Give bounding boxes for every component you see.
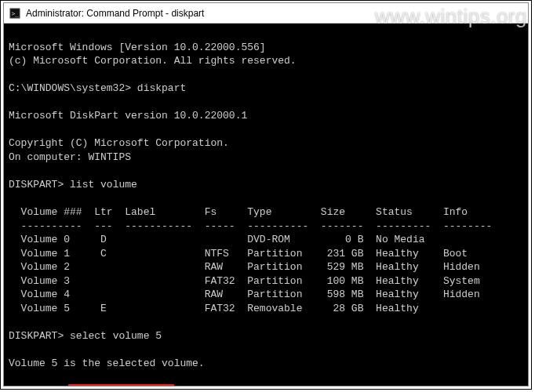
volume-table-divider: ---------- --- ----------- ----- -------…: [9, 220, 492, 232]
selected-volume-message: Volume 5 is the selected volume.: [9, 358, 205, 369]
terminal-area[interactable]: Microsoft Windows [Version 10.0.22000.55…: [4, 24, 528, 386]
diskpart-version: Microsoft DiskPart version 10.0.22000.1: [9, 110, 247, 122]
command-prompt-window: >_ Administrator: Command Prompt - diskp…: [3, 2, 529, 387]
table-row: Volume 1 C NTFS Partition 231 GB Healthy…: [9, 248, 468, 260]
os-version-line: Microsoft Windows [Version 10.0.22000.55…: [9, 42, 266, 53]
prompt-diskpart: C:\WINDOWS\system32> diskpart: [9, 82, 186, 94]
computer-name-line: On computer: WINTIPS: [9, 151, 131, 163]
diskpart-prompt: DISKPART>: [9, 179, 64, 191]
highlighted-command: remove letter E:: [68, 384, 174, 386]
table-row: Volume 4 RAW Partition 598 MB Healthy Hi…: [9, 289, 480, 300]
cmd-list-volume: list volume: [70, 179, 137, 191]
volume-table-header: Volume ### Ltr Label Fs Type Size Status…: [9, 206, 468, 218]
window-title: Administrator: Command Prompt - diskpart: [26, 8, 204, 19]
svg-text:>_: >_: [12, 9, 20, 16]
copyright-line: (c) Microsoft Corporation. All rights re…: [9, 55, 297, 67]
table-row: Volume 0 D DVD-ROM 0 B No Media: [9, 234, 425, 245]
diskpart-copyright: Copyright (C) Microsoft Corporation.: [9, 137, 229, 149]
diskpart-prompt: DISKPART>: [9, 330, 64, 342]
title-bar[interactable]: >_ Administrator: Command Prompt - diskp…: [4, 3, 528, 24]
table-row: Volume 3 FAT32 Partition 100 MB Healthy …: [9, 275, 480, 287]
table-row: Volume 5 E FAT32 Removable 28 GB Healthy: [9, 303, 419, 314]
table-row: Volume 2 RAW Partition 529 MB Healthy Hi…: [9, 261, 480, 273]
cmd-icon: >_: [9, 7, 21, 20]
cmd-select-volume: select volume 5: [70, 330, 162, 342]
